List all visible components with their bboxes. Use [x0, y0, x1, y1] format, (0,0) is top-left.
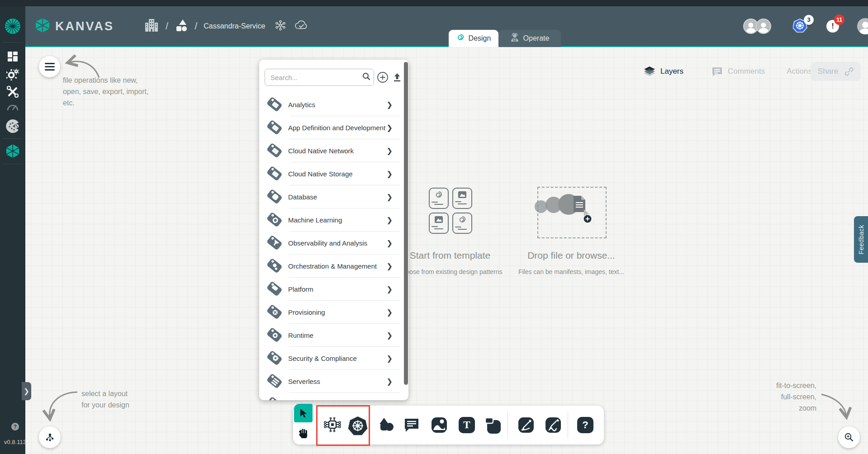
category-label: App Definition and Development [288, 124, 385, 132]
help-tool[interactable]: ? [575, 415, 596, 435]
help-tool-icon: ? [577, 417, 593, 433]
sidebar-expand-button[interactable]: ❯ [22, 382, 31, 400]
sidebar-item-dashboard[interactable] [0, 51, 25, 62]
tab-operate-label: Operate [523, 34, 550, 43]
version-label: v0.8.113 [4, 439, 26, 445]
category-tag-icon [265, 142, 283, 160]
category-item-orchestration[interactable]: Orchestration & Management❯ [259, 255, 404, 278]
file-menu-button[interactable] [39, 56, 60, 77]
pen-tool[interactable] [516, 415, 536, 435]
meshery-logo[interactable] [0, 18, 25, 34]
kanvas-logo-icon[interactable] [35, 17, 50, 35]
link-icon [844, 67, 854, 76]
category-item-provisioning[interactable]: Provisioning❯ [259, 301, 404, 324]
category-item-machine-learning[interactable]: Machine Learning❯ [259, 208, 404, 232]
image-tool[interactable] [429, 415, 450, 435]
breadcrumb-separator: / [159, 20, 175, 32]
components-panel: Analytics❯ App Definition and Developmen… [259, 60, 408, 400]
kubernetes-tool[interactable] [347, 415, 368, 436]
notifications-icon[interactable]: ! 11 [826, 20, 839, 33]
search-input[interactable] [265, 74, 362, 81]
chevron-right-icon: ❯ [387, 147, 393, 155]
component-search[interactable] [265, 69, 374, 86]
shapes-icon [378, 417, 394, 433]
category-item-database[interactable]: Database❯ [259, 185, 404, 208]
category-item-serverless[interactable]: Serverless❯ [259, 370, 404, 393]
category-tag-icon [265, 211, 283, 229]
category-item-partial[interactable] [259, 393, 404, 400]
toolbar-divider [568, 412, 568, 438]
category-item-observability[interactable]: Observability and Analysis❯ [259, 232, 404, 255]
sidebar-item-performance[interactable] [0, 103, 25, 111]
category-tag-icon [265, 165, 283, 183]
help-icon[interactable]: ? [11, 423, 19, 430]
layers-icon [644, 66, 655, 77]
add-component-icon[interactable] [377, 71, 389, 85]
category-tag-icon [265, 326, 283, 345]
category-tag-icon [265, 280, 283, 298]
select-tool[interactable] [294, 404, 313, 422]
sidebar-item-settings[interactable] [0, 69, 25, 80]
category-item-security[interactable]: Security & Compliance❯ [259, 347, 404, 370]
organization-icon[interactable] [144, 18, 159, 34]
toolbar-divider [508, 412, 508, 438]
chevron-right-icon: ❯ [387, 193, 393, 201]
merge-designs-icon[interactable] [275, 20, 286, 33]
search-icon[interactable] [362, 72, 375, 82]
shapes-tool[interactable] [375, 415, 396, 435]
chevron-right-icon: ❯ [387, 262, 393, 270]
zoom-controls-button[interactable] [838, 426, 860, 448]
annotation-select-layout: select a layout for your design [81, 388, 129, 411]
category-label: Cloud Native Network [288, 147, 354, 155]
text-tool[interactable]: T [456, 415, 477, 435]
file-menu-icon [45, 63, 55, 71]
component-shapes-tool[interactable] [323, 416, 342, 435]
category-item-runtime[interactable]: Runtime❯ [259, 324, 404, 347]
tab-design[interactable]: Design [449, 30, 498, 47]
category-item-analytics[interactable]: Analytics❯ [259, 93, 404, 116]
comment-tool[interactable] [401, 415, 422, 435]
layout-selector-button[interactable] [39, 426, 61, 448]
sketch-tool[interactable] [543, 415, 564, 435]
sidebar-item-extensions[interactable] [0, 119, 25, 133]
sidebar-item-tools[interactable] [0, 86, 25, 98]
category-label: Cloud Native Storage [288, 170, 353, 178]
pencil-scribble-icon [545, 416, 562, 434]
cloud-sync-icon[interactable] [294, 20, 308, 33]
category-item-app-definition[interactable]: App Definition and Development❯ [259, 116, 404, 139]
category-item-cloud-native-network[interactable]: Cloud Native Network❯ [259, 139, 404, 162]
canvas-action-bar: Layers Comments Actions [644, 62, 835, 81]
header-accent-line [0, 46, 868, 47]
cursor-select-icon [299, 408, 308, 418]
comments-button[interactable]: Comments [711, 66, 765, 77]
share-button[interactable]: Share [811, 62, 861, 81]
workspace-icon[interactable] [175, 19, 188, 34]
sidebar-item-kanvas[interactable] [0, 144, 25, 158]
chevron-right-icon: ❯ [387, 377, 393, 386]
panel-scrollbar[interactable] [404, 62, 408, 385]
breadcrumb-separator: / [188, 20, 204, 32]
chevron-right-icon: ❯ [387, 100, 393, 109]
tab-operate[interactable]: Operate [498, 30, 561, 47]
brand-wordmark[interactable]: KANVAS [55, 19, 114, 33]
layers-button[interactable]: Layers [644, 66, 683, 77]
chevron-right-icon: ❯ [387, 216, 393, 224]
feedback-tab[interactable]: Feedback [854, 216, 868, 263]
category-item-cloud-native-storage[interactable]: Cloud Native Storage❯ [259, 162, 404, 185]
category-tag-icon [265, 373, 283, 391]
pan-tool[interactable] [294, 424, 313, 443]
design-name-label[interactable]: Cassandra-Service [204, 22, 265, 30]
comments-icon [711, 66, 723, 77]
collaborator-avatar[interactable] [756, 19, 771, 34]
note-tool[interactable] [483, 415, 503, 435]
category-tag-icon [265, 96, 283, 114]
category-label: Provisioning [288, 308, 325, 316]
kubernetes-context-icon[interactable]: 3 [793, 19, 807, 34]
import-upload-icon[interactable] [392, 72, 402, 84]
top-strip [0, 0, 868, 6]
user-avatar[interactable] [857, 18, 868, 34]
category-item-platform[interactable]: Platform❯ [259, 278, 404, 301]
category-label: Runtime [288, 331, 313, 339]
feedback-label: Feedback [858, 225, 865, 254]
kubernetes-icon [348, 416, 368, 435]
